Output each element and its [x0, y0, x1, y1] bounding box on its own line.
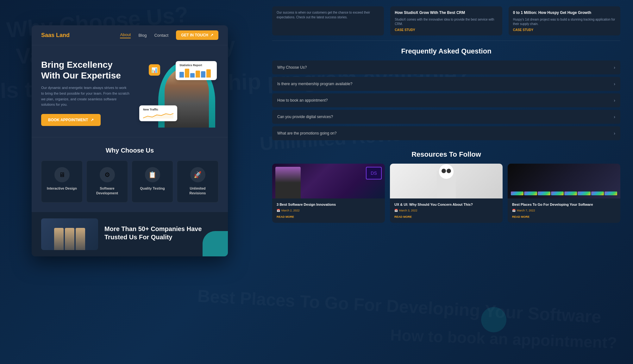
stat-bar-3	[190, 73, 195, 78]
key-6	[578, 191, 590, 195]
stat-bar-4	[196, 71, 200, 78]
book-appointment-button[interactable]: BOOK APPOINTMENT ↗	[41, 114, 101, 126]
quality-testing-icon: 📋	[145, 167, 160, 182]
resource-1-content: 3 Best Software Design Innovations 📅 Mar…	[272, 198, 385, 223]
trust-section: More Than 50+ Companies Have Trusted Us …	[32, 212, 228, 256]
right-panel: Our success is when our customers get th…	[260, 0, 633, 364]
case-studies-strip: Our success is when our customers get th…	[272, 6, 620, 41]
nav-cta-button[interactable]: GET IN TOUCH ↗	[176, 30, 218, 40]
why-section-title: Why Choose Us	[41, 147, 218, 154]
resource-2-date: 📅 March 3, 2022	[394, 209, 498, 212]
robot-eye-left	[442, 169, 446, 173]
trust-image	[41, 218, 98, 250]
faq-question-3: How to book an appointment?	[277, 98, 328, 103]
feature-card-software-dev: ⚙ Software Development	[86, 160, 128, 203]
trust-title: More Than 50+ Companies Have Trusted Us …	[104, 225, 218, 241]
vr-person-illustration	[275, 167, 301, 198]
case-study-2-desc: Huspy's 1st dream project was to build a…	[513, 17, 616, 26]
traffic-chart	[143, 112, 173, 119]
robot-head-illustration	[438, 164, 454, 179]
resource-2-title: UX & UI: Why Should You Concern About Th…	[394, 202, 498, 207]
hero-image: 📊 Statistics Report	[142, 58, 218, 128]
resources-grid: DS 3 Best Software Design Innovations 📅 …	[272, 164, 620, 223]
resource-image-3	[508, 164, 620, 198]
stat-bars	[179, 68, 213, 78]
case-study-1: How StudioX Grow With The Best CRM Studi…	[390, 6, 502, 35]
stat-card-title: Statistics Report	[179, 64, 213, 67]
key-2	[524, 191, 537, 195]
faq-arrow-1: ›	[614, 65, 615, 70]
hero-description: Our dynamic and energetic team always st…	[41, 85, 130, 107]
hero-title: Bring Excellency With Our Expertise	[41, 60, 130, 81]
faq-item-1[interactable]: Why Choose Us? ›	[272, 60, 620, 74]
traffic-title: New Traffic	[143, 108, 173, 111]
keyboard-illustration	[511, 191, 617, 195]
resource-3-read-more[interactable]: READ MORE	[512, 215, 530, 218]
resource-3-date: 📅 March 7, 2022	[512, 209, 616, 212]
key-7	[591, 191, 604, 195]
calendar-icon: 📅	[394, 209, 398, 212]
why-choose-us-section: Why Choose Us 🖥 Interactive Design ⚙ Sof…	[32, 137, 228, 212]
interactive-design-icon: 🖥	[54, 167, 70, 182]
resource-3-title: Best Places To Go For Developing Your So…	[512, 202, 616, 207]
trust-person-3	[76, 228, 85, 250]
faq-arrow-3: ›	[614, 98, 615, 103]
faq-question-5: What are the promotions going on?	[277, 131, 336, 135]
stat-bar-6	[206, 69, 211, 78]
faq-arrow-2: ›	[614, 81, 615, 86]
faq-question-2: Is there any membership program availabl…	[277, 82, 352, 86]
key-5	[564, 191, 577, 195]
key-4	[551, 191, 564, 195]
stat-bar-1	[179, 72, 184, 78]
calendar-icon: 📅	[512, 209, 516, 212]
navigation: Saas Land About Blog Contact GET IN TOUC…	[32, 25, 228, 45]
nav-link-about[interactable]: About	[120, 32, 131, 38]
key-1	[511, 191, 523, 195]
nav-link-blog[interactable]: Blog	[138, 33, 147, 38]
resource-card-2: UX & UI: Why Should You Concern About Th…	[390, 164, 503, 223]
faq-item-2[interactable]: Is there any membership program availabl…	[272, 77, 620, 91]
case-intro-text: Our success is when our customers get th…	[277, 10, 379, 20]
faq-arrow-4: ›	[614, 114, 615, 119]
unlimited-revisions-icon: 🚀	[190, 167, 205, 182]
software-dev-icon: ⚙	[100, 167, 115, 182]
case-study-2-link[interactable]: CASE STUDY	[513, 28, 616, 32]
faq-item-5[interactable]: What are the promotions going on? ›	[272, 126, 620, 140]
feature-card-interactive-design: 🖥 Interactive Design	[41, 160, 83, 203]
stats-icon-badge: 📊	[149, 64, 160, 76]
resources-title: Resources To Follow	[272, 150, 620, 159]
faq-question-1: Why Choose Us?	[277, 65, 307, 70]
faq-item-3[interactable]: How to book an appointment? ›	[272, 93, 620, 107]
resource-3-content: Best Places To Go For Developing Your So…	[508, 198, 620, 223]
faq-item-4[interactable]: Can you provide digital services? ›	[272, 110, 620, 124]
feature-card-quality-testing: 📋 Quality Testing	[132, 160, 173, 203]
resource-2-read-more[interactable]: READ MORE	[394, 215, 412, 218]
traffic-line-svg	[143, 112, 173, 119]
case-study-intro: Our success is when our customers get th…	[272, 6, 384, 35]
feature-card-unlimited-revisions: 🚀 Unlimited Revisions	[177, 160, 218, 203]
nav-links: About Blog Contact GET IN TOUCH ↗	[120, 30, 218, 40]
trust-people-illustration	[54, 228, 85, 250]
case-study-1-desc: StudioX comes with the innovative idea t…	[395, 17, 498, 26]
hero-section: Bring Excellency With Our Expertise Our …	[32, 45, 228, 137]
trust-person-2	[65, 228, 74, 250]
vr-screen-illustration: DS	[366, 167, 382, 179]
case-study-2: 0 to 1 Million: How Huspy Get Huge Growt…	[509, 6, 620, 35]
case-study-1-link[interactable]: CASE STUDY	[395, 28, 498, 32]
nav-link-contact[interactable]: Contact	[154, 33, 168, 38]
resource-1-date: 📅 March 2, 2022	[277, 209, 380, 212]
robot-eye-right	[447, 169, 451, 173]
quality-testing-label: Quality Testing	[136, 186, 169, 191]
software-dev-label: Software Development	[91, 186, 124, 196]
trust-person-1	[54, 228, 64, 250]
faq-question-4: Can you provide digital services?	[277, 115, 333, 119]
key-8	[605, 191, 617, 195]
stat-bar-2	[185, 69, 189, 78]
arrow-icon: ↗	[210, 33, 213, 37]
teal-blob-decoration	[203, 231, 228, 256]
resource-1-read-more[interactable]: READ MORE	[277, 215, 294, 218]
unlimited-revisions-label: Unlimited Revisions	[181, 186, 214, 196]
resources-section: Resources To Follow DS 3 Best Software D…	[272, 150, 620, 358]
faq-section: Frequently Asked Question Why Choose Us?…	[272, 47, 620, 143]
interactive-design-label: Interactive Design	[45, 186, 78, 191]
